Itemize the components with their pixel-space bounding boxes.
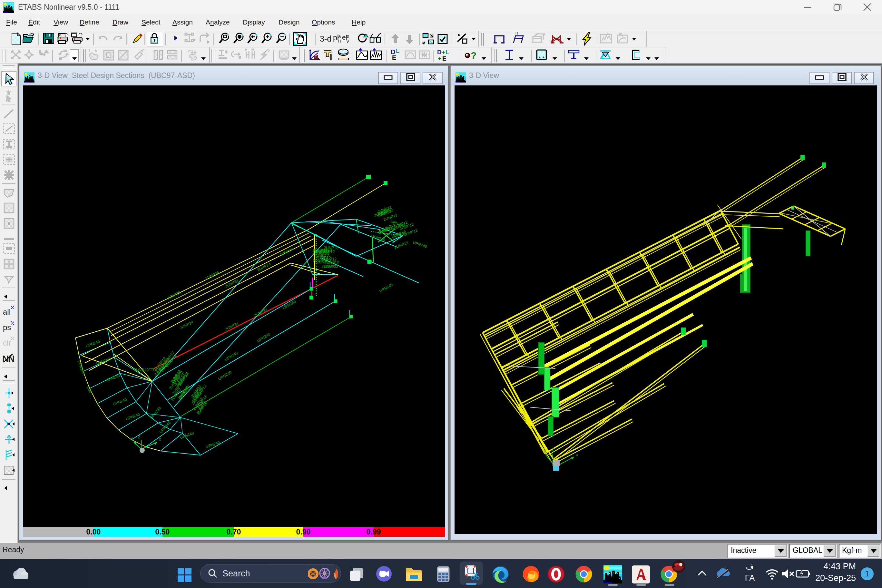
svg-text:Y: Y [130,437,133,441]
svg-text:2UNP24: 2UNP24 [256,262,272,272]
svg-text:Z: Z [138,435,140,440]
svg-text:E: E [95,48,97,52]
svg-text:D: D [437,49,442,56]
svg-text:?: ? [471,50,477,61]
svg-text:UPN240: UPN240 [218,370,233,381]
svg-text:2UNP26: 2UNP26 [205,270,220,281]
svg-text:X: X [159,438,161,442]
svg-text:N: N [8,354,15,364]
svg-text:UPN240: UPN240 [125,412,141,422]
svg-text:ps: ps [3,323,11,332]
svg-text:2UNP24: 2UNP24 [253,307,268,318]
svg-text:w: w [187,48,191,53]
svg-text:UPN240: UPN240 [256,332,272,344]
svg-text:Z: Z [552,448,554,452]
svg-text:2UNP26: 2UNP26 [166,290,181,301]
svg-text:L: L [446,49,449,56]
svg-text:E: E [315,55,317,59]
svg-text:+: + [438,55,441,62]
svg-text:H: H [245,48,247,52]
svg-text:2UNP12: 2UNP12 [312,250,327,254]
svg-text:3-d: 3-d [320,34,332,43]
svg-text:2UNP12FTOF: 2UNP12FTOF [134,368,158,372]
svg-text:n: n [338,38,341,44]
svg-text:2UNP12: 2UNP12 [321,264,336,269]
svg-text:clr: clr [3,339,11,347]
svg-text:L: L [396,48,399,54]
svg-text:2UNP12: 2UNP12 [394,240,409,250]
svg-text:H: H [252,48,254,52]
svg-text:I: I [330,52,332,62]
svg-text:Y: Y [543,449,546,454]
svg-text:G: G [58,32,61,37]
svg-text:UPN240: UPN240 [224,351,239,362]
svg-text:UPN240: UPN240 [95,357,111,366]
svg-text:UPN240: UPN240 [105,373,121,382]
svg-text:X: X [576,453,578,458]
svg-text:UPN240: UPN240 [149,406,162,420]
svg-text:v: v [346,38,349,44]
svg-text:2UNP12: 2UNP12 [325,261,339,265]
svg-text:e: e [346,33,349,39]
svg-text:+: + [442,49,445,56]
svg-text:UPN240: UPN240 [112,397,128,406]
svg-text:H: H [516,32,518,35]
svg-text:t: t [89,48,90,52]
svg-text:UPN240: UPN240 [412,240,428,249]
svg-text:all: all [3,308,10,316]
svg-text:UPN240: UPN240 [379,282,394,294]
svg-text:E: E [442,55,447,62]
svg-text:E: E [392,54,396,61]
svg-text:UPN240: UPN240 [76,360,86,375]
